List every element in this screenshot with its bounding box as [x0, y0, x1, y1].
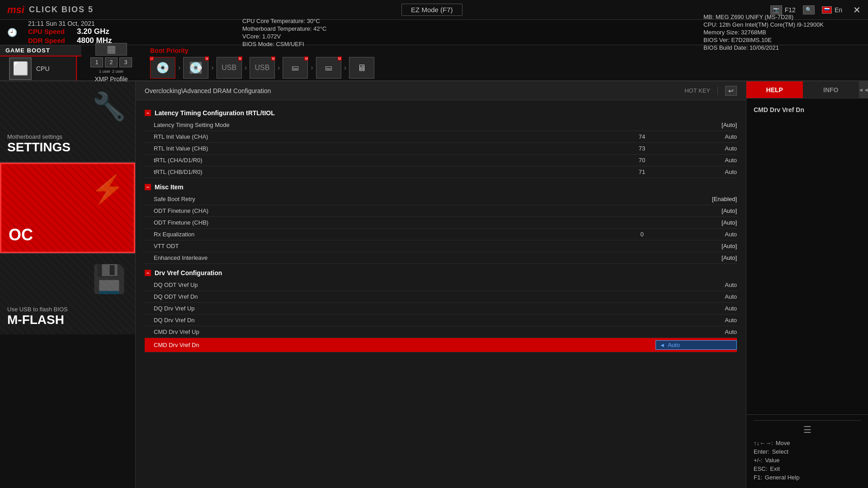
trtl-cha-value: Auto: [656, 157, 737, 164]
memory-size: Memory Size: 32768MB: [703, 29, 861, 36]
rtl-cha-num: 74: [628, 133, 656, 140]
setting-safe-boot[interactable]: Safe Boot Retry [Enabled]: [145, 193, 737, 205]
right-panel-tabs: HELP INFO ◄◄: [746, 81, 868, 99]
setting-cmd-drv-dn[interactable]: CMD Drv Vref Dn ◄ Auto: [145, 338, 737, 352]
setting-latency-mode[interactable]: Latency Timing Setting Mode [Auto]: [145, 119, 737, 131]
rtl-chb-num: 73: [628, 145, 656, 152]
xmp-btn-2[interactable]: 2: [105, 57, 118, 67]
key-hint-esc: ESC: Exit: [754, 465, 861, 472]
rtl-cha-value: Auto: [656, 133, 737, 140]
sidebar-item-mflash[interactable]: Use USB to flash BIOS M-FLASH: [0, 253, 135, 334]
boot-device-nvme[interactable]: 🖥: [349, 57, 374, 79]
boot-arrow-1: ›: [178, 64, 180, 72]
info-tab[interactable]: INFO: [803, 81, 859, 98]
mflash-label-large: M-FLASH: [7, 313, 128, 327]
boot-device-usb3[interactable]: 🖴 U: [283, 57, 308, 79]
setting-rtl-cha[interactable]: RTL Init Value (CHA) 74 Auto: [145, 131, 737, 143]
cpu-label: CPU: [36, 65, 50, 72]
boot-device-usb2[interactable]: USB U: [250, 57, 275, 79]
latency-mode-value: [Auto]: [656, 122, 737, 128]
section-latency: − Latency Timing Configuration tRTL/tIOL: [145, 109, 737, 117]
setting-dq-odt-up[interactable]: DQ ODT Vref Up Auto: [145, 279, 737, 291]
rx-eq-name: Rx Equalization: [154, 231, 628, 238]
settings-label-small: Motherboard settings: [7, 133, 128, 140]
search-button[interactable]: 🔍: [803, 5, 815, 14]
mflash-icon: [92, 263, 126, 295]
safe-boot-name: Safe Boot Retry: [154, 196, 628, 202]
key-f1: F1:: [754, 474, 762, 481]
setting-dq-drv-dn[interactable]: DQ Drv Vref Dn Auto: [145, 314, 737, 326]
sidebar: Motherboard settings SETTINGS OC Use USB…: [0, 81, 136, 488]
language-selector[interactable]: 🇷🇺 En: [822, 6, 842, 14]
action-move: Move: [776, 440, 790, 446]
action-enter: Select: [772, 448, 788, 455]
section-collapse-misc[interactable]: −: [145, 184, 151, 190]
rtl-chb-value: Auto: [656, 145, 737, 152]
settings-table: − Latency Timing Configuration tRTL/tIOL…: [136, 100, 746, 488]
rtl-cha-name: RTL Init Value (CHA): [154, 133, 628, 140]
sidebar-item-settings[interactable]: Motherboard settings SETTINGS: [0, 81, 135, 163]
setting-cmd-drv-up[interactable]: CMD Drv Vref Up Auto: [145, 326, 737, 338]
bios-title: CLICK BIOS 5: [29, 5, 94, 14]
screenshot-icon: 📷: [770, 5, 782, 14]
section-drv-vref: − Drv Vref Configuration: [145, 269, 737, 277]
section-misc-title: Misc Item: [155, 183, 184, 191]
boot-arrow-2: ›: [211, 64, 213, 72]
sidebar-item-oc[interactable]: OC: [0, 163, 135, 253]
rx-eq-value: Auto: [656, 231, 737, 238]
setting-odt-cha[interactable]: ODT Finetune (CHA) [Auto]: [145, 205, 737, 217]
cmd-drv-up-name: CMD Drv Vref Up: [154, 328, 628, 335]
vcore: VCore: 1.072V: [242, 33, 689, 40]
safe-boot-value: [Enabled]: [656, 196, 737, 202]
boot-device-disc[interactable]: 💽 U: [183, 57, 208, 79]
xmp-btn-1[interactable]: 1: [90, 57, 103, 67]
latency-mode-name: Latency Timing Setting Mode: [154, 122, 628, 128]
usb-badge-4: U: [304, 56, 308, 61]
setting-odt-chb[interactable]: ODT Finetune (CHB) [Auto]: [145, 217, 737, 229]
xmp-user-2: 2 user: [112, 69, 123, 74]
dq-drv-up-value: Auto: [656, 305, 737, 312]
cmd-drv-dn-value[interactable]: ◄ Auto: [656, 340, 737, 350]
panel-expand-btn[interactable]: ◄◄: [859, 81, 868, 98]
bios-ver: BIOS Ver: E7D28IMS.10E: [703, 37, 861, 43]
key-hint-move: ↑↓←→: Move: [754, 440, 861, 446]
ddr-speed-label: DDR Speed: [28, 37, 73, 44]
setting-trtl-cha[interactable]: tRTL (CHA/D1/R0) 70 Auto: [145, 155, 737, 166]
boot-device-usb4[interactable]: 🖴 U: [316, 57, 341, 79]
trtl-chb-name: tRTL (CHB/D1/R0): [154, 169, 628, 175]
section-collapse-drv-vref[interactable]: −: [145, 270, 151, 276]
xmp-btn-3[interactable]: 3: [119, 57, 132, 67]
boot-arrow-5: ›: [311, 64, 313, 72]
setting-dq-odt-dn[interactable]: DQ ODT Vref Dn Auto: [145, 291, 737, 303]
breadcrumb-bar: Overclocking\Advanced DRAM Configuration…: [136, 81, 746, 100]
cpu-model: CPU: 12th Gen Intel(TM) Core(TM) i9-1290…: [703, 21, 861, 28]
setting-trtl-chb[interactable]: tRTL (CHB/D1/R0) 71 Auto: [145, 166, 737, 178]
setting-rx-eq[interactable]: Rx Equalization 0 Auto: [145, 229, 737, 240]
search-icon: 🔍: [803, 5, 815, 14]
xmp-buttons: 1 2 3: [90, 57, 132, 67]
boot-arrow-3: ›: [245, 64, 247, 72]
setting-rtl-chb[interactable]: RTL Init Value (CHB) 73 Auto: [145, 143, 737, 155]
boot-device-hdd[interactable]: 💿 U: [150, 57, 175, 79]
enhanced-interleave-name: Enhanced Interleave: [154, 254, 628, 261]
help-tab[interactable]: HELP: [746, 81, 803, 98]
back-button[interactable]: ↩: [725, 86, 737, 96]
oc-label: OC: [9, 225, 127, 244]
xmp-user-1: 1 user: [99, 69, 110, 74]
setting-dq-drv-up[interactable]: DQ Drv Vref Up Auto: [145, 303, 737, 314]
setting-vtt-odt[interactable]: VTT ODT [Auto]: [145, 240, 737, 252]
edit-left-arrow: ◄: [660, 342, 665, 348]
cpu-section[interactable]: ⬜ CPU: [0, 56, 77, 80]
setting-enhanced-interleave[interactable]: Enhanced Interleave [Auto]: [145, 252, 737, 264]
trtl-chb-num: 71: [628, 169, 656, 175]
cpu-speed-value: 3.20 GHz: [77, 27, 109, 36]
dq-odt-dn-value: Auto: [656, 293, 737, 300]
ez-mode-button[interactable]: EZ Mode (F7): [401, 4, 462, 16]
boot-device-usb1[interactable]: USB U: [217, 57, 242, 79]
section-latency-title: Latency Timing Configuration tRTL/tIOL: [155, 109, 275, 117]
section-collapse-latency[interactable]: −: [145, 110, 151, 116]
action-esc: Exit: [770, 465, 780, 472]
boot-arrow-6: ›: [344, 64, 346, 72]
game-boost-tab[interactable]: GAME BOOST: [0, 45, 81, 56]
screenshot-button[interactable]: 📷 F12: [770, 5, 796, 14]
